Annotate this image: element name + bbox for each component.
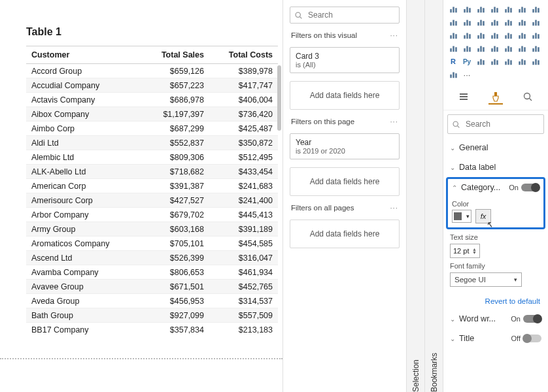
scatter-icon[interactable] <box>447 30 459 41</box>
area-icon[interactable] <box>447 17 459 27</box>
table-row[interactable]: Accord Group$659,126$389,978 <box>26 64 278 78</box>
table-row[interactable]: Arbor Company$679,702$445,413 <box>26 208 278 222</box>
table-row[interactable]: Aldi Ltd$552,837$350,872 <box>26 136 278 150</box>
power-apps-icon[interactable] <box>530 56 541 67</box>
table-row[interactable]: Army Group$603,168$391,189 <box>26 222 278 237</box>
font-family-select[interactable]: Segoe UI ▾ <box>450 272 522 287</box>
line-column-2-icon[interactable] <box>488 17 500 27</box>
100-column-icon[interactable] <box>516 4 528 14</box>
table-row[interactable]: Alembic Ltd$809,306$512,495 <box>26 150 278 165</box>
shape-map-icon[interactable] <box>530 30 541 41</box>
multi-card-icon[interactable] <box>475 43 487 54</box>
revert-to-default[interactable]: Revert to default <box>443 291 548 309</box>
table-row[interactable]: Avamba Company$806,653$461,934 <box>26 265 278 280</box>
100-bar-icon[interactable] <box>502 4 514 14</box>
svg-rect-30 <box>480 20 482 26</box>
treemap-icon[interactable] <box>488 30 500 41</box>
section-category-label[interactable]: ⌃ Category... On <box>452 182 539 196</box>
waterfall-icon[interactable] <box>516 17 528 27</box>
filters-search[interactable] <box>290 7 400 24</box>
filter-card-page[interactable]: Year is 2019 or 2020 <box>290 133 400 159</box>
chevron-down-icon: ▾ <box>466 213 470 220</box>
category-label-toggle[interactable] <box>521 184 539 191</box>
word-wrap-toggle[interactable] <box>523 315 541 323</box>
table-visual[interactable]: CustomerTotal SalesTotal Costs Accord Gr… <box>26 46 278 336</box>
text-size-input[interactable]: 12 pt ▲▼ <box>450 244 480 258</box>
svg-rect-65 <box>450 48 452 52</box>
table-row[interactable]: Aveda Group$456,953$314,537 <box>26 294 278 308</box>
ribbon-icon[interactable] <box>502 17 514 27</box>
table-row[interactable]: Ascend Ltd$526,399$316,047 <box>26 251 278 265</box>
table-row[interactable]: Actavis Company$686,978$406,004 <box>26 93 278 107</box>
table-row[interactable]: Avavee Group$671,501$452,765 <box>26 280 278 294</box>
line-icon[interactable] <box>530 4 541 14</box>
table-column-header[interactable]: Total Costs <box>209 46 278 64</box>
section-word-wrap[interactable]: ⌄ Word wr... On <box>443 309 548 329</box>
table-row[interactable]: BB17 Company$357,834$213,183 <box>26 323 278 337</box>
section-title[interactable]: ⌄ Title Off <box>443 329 548 348</box>
funnel-icon[interactable] <box>530 17 541 27</box>
map-icon[interactable] <box>502 30 514 41</box>
section-data-label[interactable]: ⌄ Data label <box>443 157 548 177</box>
conditional-formatting-button[interactable]: fx ↖ <box>475 209 491 223</box>
table-column-header[interactable]: Total Sales <box>135 46 209 64</box>
get-more-icon[interactable] <box>447 69 459 80</box>
r-visual-icon[interactable]: R <box>447 56 459 67</box>
decomposition-icon[interactable] <box>488 56 500 67</box>
card-icon[interactable] <box>461 43 473 54</box>
qa-icon[interactable] <box>502 56 514 67</box>
stacked-bar-icon[interactable] <box>447 4 459 14</box>
fields-tab-icon[interactable] <box>456 90 471 105</box>
ellipsis-icon[interactable]: ··· <box>461 69 473 80</box>
clustered-column-icon[interactable] <box>488 4 500 14</box>
add-visual-filter[interactable]: Add data fields here <box>290 81 400 110</box>
color-picker[interactable]: ▾ <box>452 210 471 223</box>
gauge-icon[interactable] <box>447 43 459 54</box>
format-search[interactable] <box>447 114 544 134</box>
table-row[interactable]: Aibox Company$1,197,397$736,420 <box>26 107 278 122</box>
color-swatch-fill <box>454 212 462 220</box>
filled-map-icon[interactable] <box>516 30 528 41</box>
more-icon[interactable]: ··· <box>390 31 398 39</box>
stacked-area-icon[interactable] <box>461 17 473 27</box>
scrollbar-thumb[interactable] <box>277 65 281 131</box>
kpi-icon[interactable] <box>488 43 500 54</box>
clustered-bar-icon[interactable] <box>461 4 473 14</box>
table-column-header[interactable]: Customer <box>26 46 135 64</box>
format-search-input[interactable] <box>464 119 548 129</box>
spinner-buttons[interactable]: ▲▼ <box>472 248 477 254</box>
slicer-icon[interactable] <box>502 43 514 54</box>
svg-rect-50 <box>477 35 479 39</box>
add-all-filter[interactable]: Add data fields here <box>290 220 400 248</box>
pie-icon[interactable] <box>461 30 473 41</box>
table-row[interactable]: Accudial Company$657,223$417,747 <box>26 78 278 93</box>
bookmarks-pane-collapsed[interactable]: Bookmarks <box>425 0 443 392</box>
filters-search-input[interactable] <box>307 10 407 20</box>
table-row[interactable]: Aromaticos Company$705,101$454,585 <box>26 237 278 251</box>
line-column-icon[interactable] <box>475 17 487 27</box>
analytics-tab-icon[interactable] <box>521 90 535 105</box>
filter-card-visual[interactable]: Card 3 is (All) <box>290 47 400 73</box>
py-visual-icon[interactable]: Py <box>461 56 473 67</box>
table-row[interactable]: American Corp$391,387$241,683 <box>26 179 278 193</box>
svg-rect-49 <box>469 34 471 39</box>
more-icon[interactable]: ··· <box>390 118 398 125</box>
add-page-filter[interactable]: Add data fields here <box>290 167 400 196</box>
stacked-column-icon[interactable] <box>475 4 487 14</box>
table-row[interactable]: Amerisourc Corp$427,527$241,400 <box>26 193 278 208</box>
paginated-icon[interactable] <box>516 56 528 67</box>
section-general[interactable]: ⌄ General <box>443 138 548 157</box>
donut-icon[interactable] <box>475 30 487 41</box>
matrix-icon[interactable] <box>530 43 541 54</box>
chevron-down-icon: ⌄ <box>450 144 455 152</box>
more-icon[interactable]: ··· <box>390 204 398 212</box>
table-body: Accord Group$659,126$389,978Accudial Com… <box>26 64 278 337</box>
table-row[interactable]: Bath Group$927,099$557,509 <box>26 308 278 323</box>
table-row[interactable]: ALK-Abello Ltd$718,682$433,454 <box>26 165 278 179</box>
format-tab-icon[interactable] <box>488 90 503 105</box>
selection-pane-collapsed[interactable]: Selection <box>407 0 425 392</box>
table-row[interactable]: Aimbo Corp$687,299$425,487 <box>26 122 278 136</box>
title-toggle[interactable] <box>523 335 541 342</box>
key-influencers-icon[interactable] <box>475 56 487 67</box>
table-icon[interactable] <box>516 43 528 54</box>
